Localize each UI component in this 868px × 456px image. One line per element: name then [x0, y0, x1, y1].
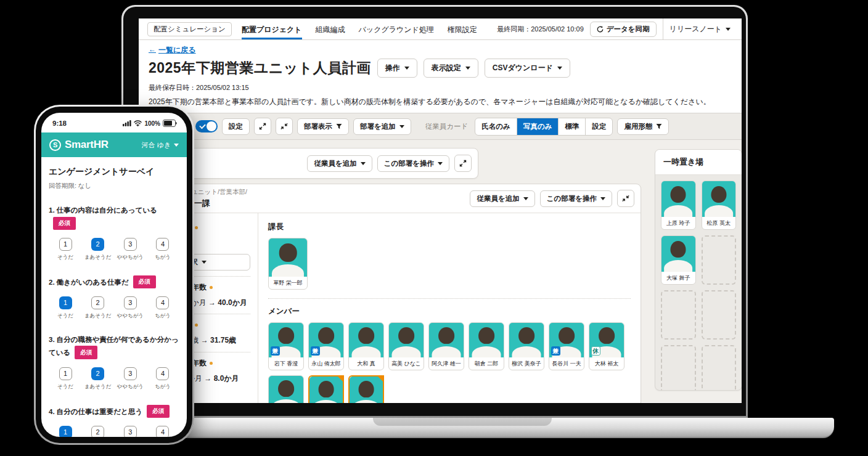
answer-option[interactable]: 4ちがう	[147, 238, 178, 261]
title-action-button[interactable]: 表示設定	[424, 59, 478, 78]
employee-card[interactable]: 柳沢 美奈子	[509, 322, 544, 370]
selected-corner-icon	[377, 375, 384, 383]
phone-app-header: S SmartHR 河合 ゆき	[41, 132, 187, 157]
answer-option[interactable]: 1そうだ	[50, 426, 81, 437]
smarthr-s-icon: S	[49, 139, 61, 151]
employee-card[interactable]: 高美 ひなこ	[388, 322, 424, 370]
employee-card[interactable]: 上原 玲子	[661, 181, 696, 230]
orange-dot-icon	[195, 324, 198, 327]
expand-panel-button[interactable]	[454, 155, 472, 172]
answer-options: 1そうだ2まあそうだ3ややちがう4ちがう	[49, 238, 179, 261]
employee-card[interactable]	[268, 375, 304, 403]
add-employee-label: 従業員を追加	[477, 194, 519, 203]
nav-tab[interactable]: 配置プロジェクト	[242, 18, 302, 39]
answer-option[interactable]: 2まあそうだ	[83, 238, 113, 261]
funnel-icon	[336, 123, 342, 129]
answer-option[interactable]: 4ちがう	[147, 296, 178, 320]
survey-questions: 1. 仕事の内容は自分にあっている必須1そうだ2まあそうだ3ややちがう4ちがう2…	[49, 205, 179, 437]
answer-option[interactable]: 1そうだ	[50, 238, 81, 261]
employee-photo: 兼	[549, 323, 584, 357]
employee-name: 高美 ひなこ	[389, 357, 424, 370]
employee-card[interactable]: 草野 栄一郎	[268, 238, 308, 290]
employment-filter-button[interactable]: 雇用形態	[617, 118, 669, 135]
answer-option[interactable]: 3ややちがう	[115, 426, 145, 437]
employee-card[interactable]: 大和 真	[348, 322, 384, 370]
employee-photo	[469, 323, 504, 357]
release-notes-button[interactable]: リリースノート	[669, 24, 733, 35]
expand-all-button[interactable]	[254, 118, 271, 135]
answer-option[interactable]: 2まあそうだ	[83, 367, 113, 391]
chevron-down-icon	[202, 261, 207, 264]
answer-option-label: まあそうだ	[84, 254, 112, 261]
question-text: 2. 働きがいのある仕事だ必須	[49, 275, 179, 288]
employee-card[interactable]	[348, 375, 384, 403]
laptop-base-notch	[373, 418, 552, 426]
answer-option[interactable]: 2まあそうだ	[83, 426, 113, 437]
employee-card-label: 従業員カード	[425, 122, 469, 131]
answer-option-label: そうだ	[57, 383, 73, 391]
answer-option[interactable]: 2まあそうだ	[83, 296, 113, 320]
employee-card[interactable]: 兼長谷川 一夫	[549, 322, 584, 370]
chevron-down-icon	[174, 144, 179, 147]
employee-card[interactable]: 兼永山 侑太郎	[308, 322, 344, 370]
nav-tab[interactable]: 組織編成	[316, 18, 345, 39]
dept-add-button[interactable]: 部署を追加	[353, 118, 411, 135]
holding-area-grid: 上原 玲子松原 英太大塚 舞子	[655, 175, 742, 391]
title-action-button[interactable]: 操作	[377, 59, 417, 78]
answer-option[interactable]: 4ちがう	[147, 426, 178, 437]
page-header: ← 一覧に戻る 2025年下期営業ユニット人員計画 操作表示設定CSVダウンロー…	[139, 40, 742, 107]
answer-option-label: ややちがう	[117, 254, 144, 261]
add-employee-button[interactable]: 従業員を追加	[470, 190, 534, 207]
plan-description: 2025年下期の営業本部と事業本部の人員計画です。新しい商材の販売体制を構築する…	[149, 97, 732, 107]
title-action-button[interactable]: CSVダウンロード	[485, 59, 570, 78]
user-menu[interactable]: 河合 ゆき	[141, 140, 179, 150]
dept-display-filter-button[interactable]: 部署表示	[297, 118, 349, 135]
add-employee-button[interactable]: 従業員を追加	[307, 155, 372, 172]
answer-option[interactable]: 4ちがう	[147, 367, 178, 391]
employee-name: 永山 侑太郎	[309, 357, 343, 370]
operate-dept-button[interactable]: この部署を操作	[540, 190, 612, 207]
sync-data-button[interactable]: データを同期	[590, 22, 657, 37]
empty-slot	[702, 290, 737, 340]
employee-photo	[702, 181, 736, 217]
employee-name: 岩下 香澄	[269, 357, 303, 370]
card-mode-segment[interactable]: 氏名のみ	[475, 118, 517, 135]
answer-option[interactable]: 3ややちがう	[115, 367, 145, 391]
card-mode-segment[interactable]: 写真のみ	[517, 118, 559, 135]
manager-heading: 課長	[268, 222, 631, 232]
answer-option-box: 1	[59, 296, 72, 309]
answer-option[interactable]: 1そうだ	[50, 367, 81, 391]
employee-card[interactable]: 朝倉 二郎	[469, 322, 504, 370]
answer-option[interactable]: 3ややちがう	[115, 238, 145, 261]
card-mode-segment[interactable]: 標準	[558, 118, 585, 135]
nav-tab[interactable]: 権限設定	[448, 18, 477, 39]
empty-slot	[661, 290, 696, 340]
employee-card[interactable]	[308, 375, 344, 403]
employee-card[interactable]: 兼岩下 香澄	[268, 322, 304, 370]
laptop-base	[154, 418, 834, 438]
back-to-list-link[interactable]: ← 一覧に戻る	[149, 45, 196, 55]
card-mode-segment[interactable]: 設定	[585, 118, 612, 135]
release-notes-label: リリースノート	[669, 24, 722, 35]
answer-option-box: 2	[91, 238, 104, 251]
employee-card[interactable]: 松原 英太	[702, 181, 737, 230]
employee-card[interactable]: 阿久津 雄一	[428, 322, 464, 370]
answer-option[interactable]: 3ややちがう	[115, 296, 145, 320]
chevron-down-icon	[399, 125, 404, 128]
chevron-down-icon	[600, 197, 605, 200]
nav-tab[interactable]: バックグラウンド処理	[359, 18, 434, 39]
collapse-all-button[interactable]	[276, 118, 293, 135]
settings-button[interactable]: 設定	[222, 118, 250, 135]
simulation-chip[interactable]: 配置シミュレーション	[147, 22, 232, 36]
employee-card[interactable]: 大塚 舞子	[661, 235, 696, 285]
view-toggle-switch[interactable]	[195, 120, 218, 132]
employee-card[interactable]: 休大林 裕太	[589, 322, 624, 370]
user-name: 河合 ゆき	[141, 140, 171, 150]
answer-option[interactable]: 1そうだ	[50, 296, 81, 320]
survey-question: 1. 仕事の内容は自分にあっている必須1そうだ2まあそうだ3ややちがう4ちがう	[49, 205, 179, 261]
phone-status-bar: 9:18 100%	[41, 113, 187, 130]
collapse-panel-button[interactable]	[617, 190, 634, 207]
employee-name: 大塚 舞子	[661, 272, 695, 284]
employee-name: 長谷川 一夫	[549, 357, 584, 370]
operate-dept-button[interactable]: この部署を操作	[377, 155, 449, 172]
